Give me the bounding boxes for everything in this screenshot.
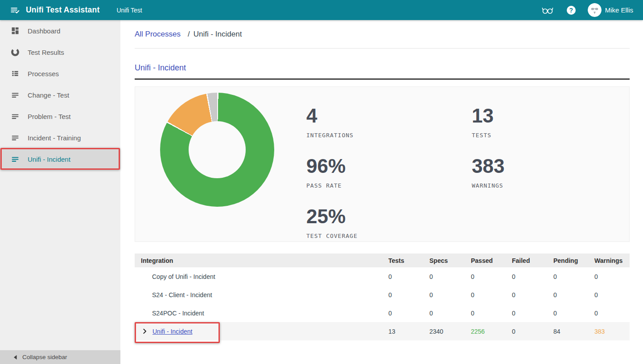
collapse-sidebar-label: Collapse sidebar xyxy=(22,354,67,360)
sidebar: Dashboard Test Results Processes Change … xyxy=(0,20,120,350)
column-header-warnings: Warnings xyxy=(594,257,630,264)
stats-column-left: 4 INTEGRATIONS 96% PASS RATE 25% TEST CO… xyxy=(306,106,358,257)
sidebar-item-test-results[interactable]: Test Results xyxy=(0,41,120,63)
integration-name: Copy of Unifi - Incident xyxy=(135,273,388,280)
help-icon[interactable]: ? xyxy=(567,6,576,15)
sidebar-item-label: Change - Test xyxy=(28,91,69,99)
sidebar-item-label: Unifi - Incident xyxy=(28,155,70,163)
sidebar-item-problem-test[interactable]: Problem - Test xyxy=(0,106,120,127)
column-header-specs: Specs xyxy=(429,257,471,264)
stat-label: TEST COVERAGE xyxy=(306,233,358,239)
stat-warnings: 383 WARNINGS xyxy=(472,156,504,189)
cell-tests: 13 xyxy=(388,328,429,335)
table-row: S24POC - Incident 0 0 0 0 0 0 xyxy=(135,304,630,322)
avatar[interactable] xyxy=(588,3,602,17)
table-header: Integration Tests Specs Passed Failed Pe… xyxy=(135,254,630,267)
cell-specs: 0 xyxy=(429,291,471,299)
breadcrumb-separator: / xyxy=(188,30,190,39)
table-row: Copy of Unifi - Incident 0 0 0 0 0 0 xyxy=(135,267,630,286)
stat-value: 383 xyxy=(472,156,504,176)
sidebar-item-processes[interactable]: Processes xyxy=(0,63,120,84)
divider xyxy=(135,48,630,49)
cell-tests: 0 xyxy=(388,273,429,280)
stat-label: INTEGRATIONS xyxy=(306,132,358,139)
sidebar-item-label: Test Results xyxy=(28,49,64,56)
stat-pass-rate: 96% PASS RATE xyxy=(306,156,358,189)
list-icon xyxy=(10,69,20,78)
cell-warnings: 0 xyxy=(594,310,630,317)
cell-specs: 0 xyxy=(429,310,471,317)
stat-test-coverage: 25% TEST COVERAGE xyxy=(306,207,358,239)
donut-chart xyxy=(160,93,274,207)
collapse-sidebar-button[interactable]: Collapse sidebar xyxy=(0,350,120,364)
column-header-pending: Pending xyxy=(553,257,594,264)
column-header-passed: Passed xyxy=(471,257,512,264)
stat-label: WARNINGS xyxy=(472,182,504,189)
column-header-tests: Tests xyxy=(388,257,429,264)
table-row-unifi-incident[interactable]: Unifi - Incident 13 2340 2256 0 84 383 xyxy=(135,322,630,340)
cell-warnings: 0 xyxy=(594,291,630,299)
user-name[interactable]: Mike Ellis xyxy=(605,6,633,14)
cell-warnings: 383 xyxy=(594,328,630,335)
stat-value: 96% xyxy=(306,156,358,176)
cell-failed: 0 xyxy=(512,310,553,317)
stat-tests: 13 TESTS xyxy=(472,106,504,139)
cell-pending: 0 xyxy=(553,310,594,317)
donut-chart-icon xyxy=(10,47,20,57)
integrations-table: Integration Tests Specs Passed Failed Pe… xyxy=(135,254,630,340)
sidebar-item-dashboard[interactable]: Dashboard xyxy=(0,20,120,41)
cell-tests: 0 xyxy=(388,310,429,317)
column-header-failed: Failed xyxy=(512,257,553,264)
notes-icon xyxy=(10,111,20,121)
stat-integrations: 4 INTEGRATIONS xyxy=(306,106,358,139)
app-subtitle: Unifi Test xyxy=(116,7,142,14)
breadcrumb-current: Unifi - Incident xyxy=(194,30,242,39)
cell-tests: 0 xyxy=(388,291,429,299)
sidebar-item-label: Dashboard xyxy=(28,27,60,35)
stat-label: PASS RATE xyxy=(306,182,358,189)
integration-name: S24 - Client - Incident xyxy=(135,291,388,299)
glasses-icon[interactable] xyxy=(541,5,554,16)
cell-specs: 2340 xyxy=(429,328,471,335)
dashboard-icon xyxy=(10,26,20,36)
notes-icon xyxy=(10,154,20,164)
column-header-integration: Integration xyxy=(135,257,388,264)
breadcrumb: All Processes / Unifi - Incident xyxy=(135,20,630,39)
menu-checklist-icon[interactable] xyxy=(9,5,20,16)
breadcrumb-all-processes-link[interactable]: All Processes xyxy=(135,30,181,39)
table-row: S24 - Client - Incident 0 0 0 0 0 0 xyxy=(135,286,630,304)
app-header: Unifi Test Assistant Unifi Test ? Mike E… xyxy=(0,0,643,20)
cell-warnings: 0 xyxy=(594,273,630,280)
stat-value: 4 xyxy=(306,106,358,126)
sidebar-item-label: Incident - Training xyxy=(28,134,81,142)
stat-value: 25% xyxy=(306,207,358,226)
stat-label: TESTS xyxy=(472,132,504,139)
app-title: Unifi Test Assistant xyxy=(26,5,99,15)
sidebar-item-change-test[interactable]: Change - Test xyxy=(0,84,120,106)
notes-icon xyxy=(10,90,20,100)
integration-link[interactable]: Unifi - Incident xyxy=(153,328,192,335)
cell-failed: 0 xyxy=(512,291,553,299)
cell-failed: 0 xyxy=(512,273,553,280)
summary-card: 4 INTEGRATIONS 96% PASS RATE 25% TEST CO… xyxy=(135,86,630,242)
integration-name: S24POC - Incident xyxy=(135,310,388,317)
cell-specs: 0 xyxy=(429,273,471,280)
sidebar-item-incident-training[interactable]: Incident - Training xyxy=(0,127,120,148)
cell-passed: 0 xyxy=(471,291,512,299)
notes-icon xyxy=(10,133,20,143)
expand-chevron-icon[interactable] xyxy=(141,328,148,335)
stat-value: 13 xyxy=(472,106,504,126)
cell-failed: 0 xyxy=(512,328,553,335)
cell-passed: 0 xyxy=(471,310,512,317)
main-content: All Processes / Unifi - Incident Unifi -… xyxy=(120,20,643,364)
cell-passed: 2256 xyxy=(471,328,512,335)
cell-pending: 0 xyxy=(553,291,594,299)
sidebar-item-label: Problem - Test xyxy=(28,113,70,120)
cell-pending: 84 xyxy=(553,328,594,335)
stats-column-right: 13 TESTS 383 WARNINGS xyxy=(472,106,504,207)
donut-hole xyxy=(189,121,246,178)
page-title: Unifi - Incident xyxy=(135,63,630,80)
sidebar-item-label: Processes xyxy=(28,70,59,78)
sidebar-item-unifi-incident[interactable]: Unifi - Incident xyxy=(0,148,120,170)
cell-pending: 0 xyxy=(553,273,594,280)
